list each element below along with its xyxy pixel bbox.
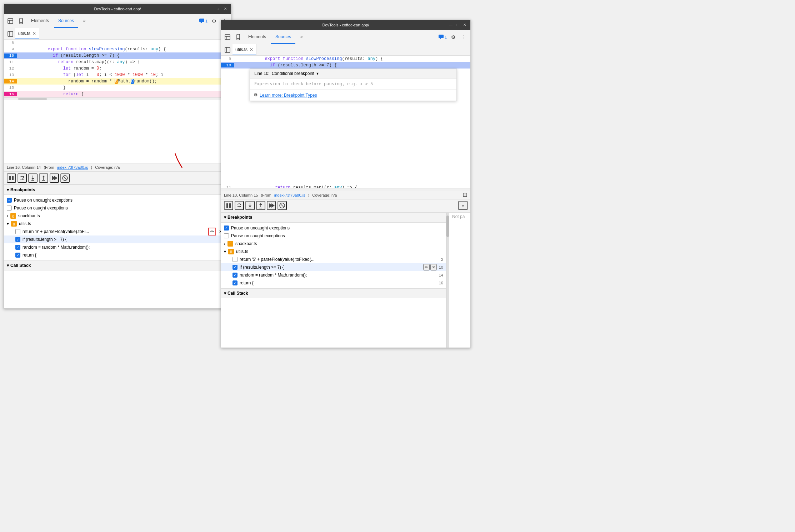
right-bp2-text: if (results.length >= 7) { bbox=[240, 265, 421, 270]
no-breakpoints-btn[interactable] bbox=[60, 173, 70, 183]
left-status-file-link[interactable]: index-73f73a80.js bbox=[57, 165, 88, 169]
right-bp-item-1[interactable]: return '$' + parseFloat(value).toFixed(.… bbox=[221, 255, 446, 263]
right-titlebar-controls: — □ ✕ bbox=[449, 23, 468, 27]
close-btn[interactable]: ✕ bbox=[224, 7, 228, 11]
tab-sources[interactable]: Sources bbox=[54, 14, 78, 28]
left-pause-caught-row[interactable]: Pause on caught exceptions bbox=[4, 204, 231, 212]
right-debug-toolbar: » bbox=[221, 199, 470, 212]
left-bp1-edit-btn[interactable]: ✏ bbox=[208, 228, 216, 235]
left-utils-group[interactable]: ▾ {} utils.ts bbox=[4, 220, 231, 228]
right-callstack-header[interactable]: ▾ Call Stack bbox=[221, 288, 446, 298]
svg-marker-15 bbox=[31, 178, 34, 180]
left-breakpoints-panel: ▾ Breakpoints ✓ Pause on uncaught except… bbox=[4, 184, 231, 308]
left-pause-uncaught-label: Pause on uncaught exceptions bbox=[14, 198, 72, 203]
right-pause-uncaught-checkbox[interactable]: ✓ bbox=[224, 226, 229, 230]
right-status-icon-btn[interactable] bbox=[462, 192, 468, 198]
tab-more[interactable]: » bbox=[79, 14, 90, 28]
left-snackbar-group[interactable]: › {} snackbar.ts bbox=[4, 212, 231, 220]
inspect-element-btn[interactable] bbox=[5, 16, 15, 26]
right-bp1-checkbox[interactable] bbox=[232, 257, 238, 262]
file-tab-utils[interactable]: utils.ts ✕ bbox=[15, 28, 39, 39]
right-bp-item-2[interactable]: ✓ if (results.length >= 7) { ✏ ✕ 10 bbox=[221, 263, 446, 271]
settings-btn[interactable]: ⚙ bbox=[209, 16, 219, 26]
tab-elements[interactable]: Elements bbox=[27, 14, 53, 28]
left-bp3-checkbox[interactable]: ✓ bbox=[15, 245, 20, 250]
right-scrollbar[interactable] bbox=[221, 188, 470, 191]
left-bp-item-4[interactable]: ✓ return { 16 bbox=[4, 251, 231, 259]
right-tab-elements[interactable]: Elements bbox=[244, 30, 270, 44]
left-bp-item-1[interactable]: return '$' + parseFloat(value).toFi... ✏… bbox=[4, 228, 231, 235]
right-status-file-link[interactable]: index-73f73a80.js bbox=[274, 193, 305, 197]
right-step-over-btn[interactable] bbox=[235, 201, 244, 210]
right-snackbar-group[interactable]: › {} snackbar.ts bbox=[221, 240, 446, 248]
minimize-btn[interactable]: — bbox=[210, 7, 214, 11]
right-utils-group[interactable]: ▾ {} utils.ts bbox=[221, 248, 446, 255]
right-bp-left-section: ▾ Breakpoints ✓ Pause on uncaught except… bbox=[221, 213, 446, 348]
right-file-tab-utils[interactable]: utils.ts ✕ bbox=[232, 44, 256, 55]
svg-marker-6 bbox=[200, 22, 202, 23]
right-continue-btn[interactable] bbox=[267, 201, 276, 210]
right-utils-chevron-icon: ▾ bbox=[224, 249, 226, 254]
step-into-btn[interactable] bbox=[28, 173, 38, 183]
left-pause-caught-checkbox[interactable] bbox=[7, 206, 12, 211]
left-bp-item-2[interactable]: ✓ if (results.length >= 7) { 10 bbox=[4, 235, 231, 243]
continue-btn[interactable] bbox=[50, 173, 59, 183]
left-bp2-checkbox[interactable]: ✓ bbox=[15, 237, 20, 242]
right-step-into-btn[interactable] bbox=[245, 201, 255, 210]
left-bp4-checkbox[interactable]: ✓ bbox=[15, 253, 20, 258]
right-bp-item-3[interactable]: ✓ random = random * Math.random(); 14 bbox=[221, 271, 446, 279]
right-bp2-delete-btn[interactable]: ✕ bbox=[430, 264, 437, 270]
popup-chevron-down-icon[interactable]: ▾ bbox=[316, 71, 319, 76]
svg-line-49 bbox=[280, 204, 284, 207]
step-out-btn[interactable] bbox=[39, 173, 48, 183]
left-pause-uncaught-row[interactable]: ✓ Pause on uncaught exceptions bbox=[4, 196, 231, 204]
right-file-tab-close-btn[interactable]: ✕ bbox=[250, 47, 253, 52]
left-callstack-header[interactable]: ▾ Call Stack bbox=[4, 260, 231, 270]
popup-input[interactable]: Expression to check before pausing, e.g.… bbox=[250, 78, 456, 90]
right-pause-resume-btn[interactable] bbox=[224, 201, 233, 210]
right-bp3-checkbox[interactable]: ✓ bbox=[232, 273, 238, 278]
right-snackbar-filename: snackbar.ts bbox=[235, 241, 257, 246]
left-bp3-text: random = random * Math.random(); bbox=[22, 245, 222, 250]
maximize-btn[interactable]: □ bbox=[217, 7, 221, 11]
right-tab-sources[interactable]: Sources bbox=[271, 30, 295, 44]
learn-more-link[interactable]: Learn more: Breakpoint Types bbox=[260, 93, 317, 98]
right-pause-caught-row[interactable]: Pause on caught exceptions bbox=[221, 232, 446, 240]
left-breakpoints-header[interactable]: ▾ Breakpoints bbox=[4, 185, 231, 195]
right-settings-btn[interactable]: ⚙ bbox=[448, 32, 458, 42]
right-minimize-btn[interactable]: — bbox=[449, 23, 453, 27]
device-toggle-btn[interactable] bbox=[16, 16, 26, 26]
right-pause-caught-checkbox[interactable] bbox=[224, 233, 229, 238]
right-pause-uncaught-row[interactable]: ✓ Pause on uncaught exceptions bbox=[221, 224, 446, 232]
right-device-btn[interactable] bbox=[233, 32, 243, 42]
right-bp-item-4[interactable]: ✓ return { 16 bbox=[221, 279, 446, 287]
left-bp-item-3[interactable]: ✓ random = random * Math.random(); 14 bbox=[4, 243, 231, 251]
right-bp2-edit-btn[interactable]: ✏ bbox=[423, 264, 430, 270]
right-maximize-btn[interactable]: □ bbox=[456, 23, 460, 27]
right-close-btn[interactable]: ✕ bbox=[463, 23, 468, 27]
right-no-breakpoints-btn[interactable] bbox=[278, 201, 287, 210]
right-expand-btn[interactable]: » bbox=[458, 201, 468, 210]
right-chat-btn[interactable]: 1 bbox=[438, 32, 448, 42]
left-bp1-checkbox[interactable] bbox=[15, 229, 20, 234]
left-code-content[interactable]: 8 9 export function slowProcessing(resul… bbox=[4, 40, 231, 163]
left-pause-uncaught-checkbox[interactable]: ✓ bbox=[7, 198, 12, 203]
right-breakpoints-label: Breakpoints bbox=[228, 215, 252, 220]
right-step-out-btn[interactable] bbox=[256, 201, 265, 210]
right-bp2-checkbox[interactable]: ✓ bbox=[232, 265, 238, 270]
right-bp4-checkbox[interactable]: ✓ bbox=[232, 280, 238, 285]
right-more-options-btn[interactable]: ⋮ bbox=[459, 32, 469, 42]
file-tab-close-btn[interactable]: ✕ bbox=[32, 31, 36, 36]
right-tab-more[interactable]: » bbox=[296, 30, 307, 44]
svg-marker-30 bbox=[440, 38, 441, 39]
right-breakpoints-header[interactable]: ▾ Breakpoints bbox=[221, 213, 446, 223]
chat-btn[interactable]: 1 bbox=[198, 16, 208, 26]
pause-resume-btn[interactable] bbox=[7, 173, 16, 183]
right-inspect-btn[interactable] bbox=[222, 32, 232, 42]
sidebar-toggle-btn[interactable] bbox=[5, 29, 15, 39]
right-callstack-chevron-icon: ▾ bbox=[224, 291, 226, 296]
right-sidebar-toggle-btn[interactable] bbox=[222, 45, 232, 55]
right-vertical-scrollbar[interactable] bbox=[446, 213, 449, 348]
left-utils-chevron-icon: ▾ bbox=[7, 221, 9, 226]
step-over-btn[interactable] bbox=[18, 173, 27, 183]
